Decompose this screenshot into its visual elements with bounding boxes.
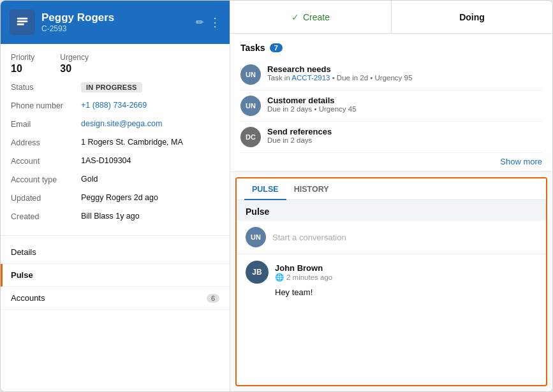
compose-input[interactable]: Start a conversation	[272, 233, 537, 242]
pulse-msg-text-1: Hey team!	[246, 287, 537, 297]
priority-value: 10	[11, 63, 34, 75]
stage-bar: ✓ Create Doing	[230, 1, 552, 34]
status-badge: IN PROGRESS	[81, 82, 142, 92]
field-row-status: Status IN PROGRESS	[11, 82, 219, 96]
svg-rect-0	[17, 18, 28, 20]
stage-doing-label: Doing	[459, 12, 485, 22]
priority-block: Priority 10	[11, 53, 34, 75]
field-row-created: Created Bill Blass 1y ago	[11, 212, 219, 226]
field-row-account: Account 1AS-D109304	[11, 156, 219, 170]
left-header: Peggy Rogers C-2593 ✏ ⋮	[1, 1, 230, 44]
field-row-phone: Phone number +1 (888) 734-2669	[11, 101, 219, 115]
checkmark-icon: ✓	[291, 12, 299, 22]
header-info: Peggy Rogers C-2593	[41, 11, 189, 33]
pulse-msg-info-1: John Brown 🌐 2 minutes ago	[275, 263, 332, 282]
tab-history[interactable]: HISTORY	[286, 178, 337, 200]
pulse-msg-header-1: JB John Brown 🌐 2 minutes ago	[246, 261, 537, 284]
urgency-label: Urgency	[60, 53, 89, 62]
globe-icon: 🌐	[275, 273, 284, 282]
field-label-status: Status	[11, 82, 81, 92]
contact-id: C-2593	[41, 24, 189, 33]
task-name-3[interactable]: Send references	[267, 127, 332, 136]
phone-value[interactable]: +1 (888) 734-2669	[81, 101, 147, 110]
show-more-link[interactable]: Show more	[500, 157, 542, 166]
tasks-title: Tasks	[240, 43, 265, 53]
pulse-tabs: PULSE HISTORY	[237, 178, 546, 200]
field-row-account-type: Account type Gold	[11, 175, 219, 189]
task-avatar-3: DC	[240, 127, 261, 147]
nav-section: Details Pulse Accounts 6	[1, 236, 230, 315]
header-actions: ✏ ⋮	[196, 15, 221, 29]
task-link-1[interactable]: ACCT-2913	[291, 74, 330, 82]
task-info-1: Research needs Task in ACCT-2913 • Due i…	[267, 64, 412, 82]
pulse-message-1: JB John Brown 🌐 2 minutes ago Hey team!	[237, 254, 546, 303]
urgency-block: Urgency 30	[60, 53, 89, 75]
field-label-email: Email	[11, 119, 81, 129]
info-grid: Priority 10 Urgency 30 Status IN PROGRES…	[1, 44, 230, 236]
task-name-2[interactable]: Customer details	[267, 96, 357, 105]
pulse-msg-time-1: 2 minutes ago	[286, 273, 332, 281]
field-row-email: Email design.site@pega.com	[11, 119, 219, 133]
field-label-account-type: Account type	[11, 175, 81, 184]
task-avatar-2: UN	[240, 96, 261, 116]
pulse-compose: UN Start a conversation	[237, 221, 546, 254]
task-info-2: Customer details Due in 2 days • Urgency…	[267, 96, 357, 113]
stage-create-label: Create	[303, 12, 330, 22]
pulse-title: Pulse	[237, 200, 546, 221]
field-row-updated: Updated Peggy Rogers 2d ago	[11, 193, 219, 207]
account-value: 1AS-D109304	[81, 156, 131, 165]
pulse-msg-name-1: John Brown	[275, 263, 332, 273]
task-item-1: UN Research needs Task in ACCT-2913 • Du…	[240, 59, 542, 91]
task-item-3: DC Send references Due in 2 days	[240, 122, 542, 153]
right-panel: ✓ Create Doing Tasks 7 UN Research needs…	[230, 1, 552, 391]
task-meta-3: Due in 2 days	[267, 136, 332, 144]
app-container: Peggy Rogers C-2593 ✏ ⋮ Priority 10 Urge…	[0, 0, 553, 392]
nav-accounts-badge: 6	[207, 294, 219, 303]
tab-pulse[interactable]: PULSE	[244, 178, 286, 200]
stage-create[interactable]: ✓ Create	[230, 1, 392, 33]
account-type-value: Gold	[81, 175, 98, 184]
compose-avatar: UN	[246, 227, 266, 247]
priority-row: Priority 10 Urgency 30	[11, 53, 219, 75]
urgency-value: 30	[60, 63, 89, 75]
nav-item-details[interactable]: Details	[1, 241, 230, 264]
priority-label: Priority	[11, 53, 34, 62]
created-link[interactable]: Bill Blass	[81, 212, 114, 221]
task-item-2: UN Customer details Due in 2 days • Urge…	[240, 91, 542, 122]
show-more-row: Show more	[240, 153, 542, 168]
task-name-1[interactable]: Research needs	[267, 64, 412, 74]
field-label-created: Created	[11, 212, 81, 221]
field-row-address: Address 1 Rogers St. Cambridge, MA	[11, 138, 219, 152]
pulse-msg-meta-1: 🌐 2 minutes ago	[275, 273, 332, 282]
created-value: Bill Blass 1y ago	[81, 212, 140, 221]
tasks-header: Tasks 7	[240, 43, 542, 53]
contact-name: Peggy Rogers	[41, 11, 189, 24]
contact-avatar	[10, 10, 35, 35]
nav-item-accounts[interactable]: Accounts 6	[1, 287, 230, 310]
email-value[interactable]: design.site@pega.com	[81, 119, 162, 128]
stage-doing[interactable]: Doing	[392, 1, 552, 33]
tasks-section: Tasks 7 UN Research needs Task in ACCT-2…	[230, 34, 552, 172]
left-panel: Peggy Rogers C-2593 ✏ ⋮ Priority 10 Urge…	[1, 1, 230, 391]
field-label-address: Address	[11, 138, 81, 147]
left-body: Priority 10 Urgency 30 Status IN PROGRES…	[1, 44, 230, 391]
pulse-msg-avatar-1: JB	[246, 261, 269, 284]
field-label-account: Account	[11, 156, 81, 166]
more-icon[interactable]: ⋮	[209, 15, 221, 29]
nav-accounts-label: Accounts	[11, 293, 45, 303]
edit-icon[interactable]: ✏	[196, 17, 204, 28]
field-label-phone: Phone number	[11, 101, 81, 110]
nav-item-accounts-row: Accounts 6	[11, 293, 219, 303]
field-label-updated: Updated	[11, 193, 81, 203]
svg-rect-2	[17, 24, 24, 25]
task-info-3: Send references Due in 2 days	[267, 127, 332, 144]
updated-value: Peggy Rogers 2d ago	[81, 193, 158, 202]
tasks-count: 7	[270, 43, 283, 52]
nav-item-pulse[interactable]: Pulse	[1, 264, 230, 287]
task-avatar-1: UN	[240, 64, 261, 85]
address-value: 1 Rogers St. Cambridge, MA	[81, 138, 183, 147]
svg-rect-1	[17, 20, 28, 22]
task-meta-2: Due in 2 days • Urgency 45	[267, 105, 357, 113]
pulse-outer: PULSE HISTORY Pulse UN Start a conversat…	[235, 177, 547, 386]
updated-link[interactable]: Peggy Rogers	[81, 193, 131, 202]
